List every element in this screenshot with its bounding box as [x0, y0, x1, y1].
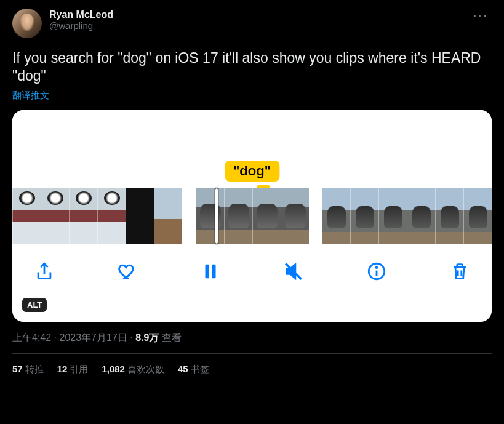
- info-icon[interactable]: [363, 258, 390, 285]
- tweet-stats: 57转推 12引用 1,082喜欢次数 45书签: [12, 354, 492, 375]
- media-top-whitespace: "dog": [12, 110, 492, 188]
- user-name-block[interactable]: Ryan McLeod @warpling: [49, 9, 470, 31]
- stat-bookmarks[interactable]: 45书签: [178, 364, 209, 375]
- stat-label: 引用: [70, 364, 88, 374]
- thumbnail-frame: [196, 188, 224, 244]
- thumbnail-frame: [69, 188, 97, 244]
- stat-count: 57: [12, 364, 23, 374]
- pause-icon[interactable]: [197, 258, 224, 285]
- tweet-time[interactable]: 上午4:42: [12, 332, 51, 343]
- audio-caption-label: "dog": [225, 161, 279, 182]
- svg-rect-0: [206, 264, 209, 278]
- tweet-meta: 上午4:42 · 2023年7月17日 · 8.9万 查看: [12, 332, 492, 345]
- thumbnail-frame: [41, 188, 69, 244]
- thumbnail-frame: [407, 188, 435, 244]
- playhead[interactable]: [215, 188, 218, 244]
- video-timeline[interactable]: [12, 188, 492, 244]
- tweet-header: Ryan McLeod @warpling ···: [12, 9, 492, 38]
- heart-icon[interactable]: [114, 258, 141, 285]
- display-name: Ryan McLeod: [49, 9, 470, 20]
- media-attachment[interactable]: "dog": [12, 110, 492, 322]
- views-count: 8.9万: [135, 332, 159, 343]
- stat-retweets[interactable]: 57转推: [12, 364, 44, 375]
- clip-gap: [309, 188, 322, 244]
- stat-count: 12: [57, 364, 68, 374]
- clip-group-3: [322, 188, 492, 244]
- stat-likes[interactable]: 1,082喜欢次数: [102, 364, 164, 375]
- alt-badge[interactable]: ALT: [22, 298, 47, 312]
- trash-icon[interactable]: [446, 258, 473, 285]
- thumbnail-frame: [435, 188, 463, 244]
- thumbnail-frame: [12, 188, 41, 244]
- thumbnail-frame: [154, 188, 182, 244]
- stat-count: 45: [178, 364, 188, 374]
- user-handle: @warpling: [49, 20, 470, 31]
- thumbnail-frame: [97, 188, 126, 244]
- thumbnail-frame: [463, 188, 492, 244]
- translate-link[interactable]: 翻译推文: [12, 90, 492, 102]
- thumbnail-frame: [378, 188, 407, 244]
- media-controls: [12, 244, 492, 298]
- stat-label: 转推: [25, 364, 44, 374]
- clip-group-1: [12, 188, 182, 244]
- thumbnail-frame: [322, 188, 350, 244]
- stat-label: 喜欢次数: [127, 364, 164, 374]
- tweet-date[interactable]: 2023年7月17日: [59, 332, 127, 343]
- avatar[interactable]: [12, 9, 42, 38]
- thumbnail-frame: [252, 188, 281, 244]
- stat-label: 书签: [191, 364, 209, 374]
- stat-count: 1,082: [102, 364, 125, 374]
- mute-icon[interactable]: [280, 258, 307, 285]
- stat-quotes[interactable]: 12引用: [57, 364, 89, 375]
- thumbnail-frame: [224, 188, 252, 244]
- thumbnail-frame: [281, 188, 309, 244]
- tweet-text: If you search for "dog" on iOS 17 it'll …: [12, 49, 492, 85]
- clip-gap: [182, 188, 196, 244]
- svg-rect-1: [212, 264, 215, 278]
- thumbnail-frame: [126, 188, 154, 244]
- svg-point-5: [376, 266, 377, 268]
- clip-group-2: [196, 188, 309, 244]
- tweet-container: Ryan McLeod @warpling ··· If you search …: [0, 0, 504, 375]
- thumbnail-frame: [350, 188, 378, 244]
- share-icon[interactable]: [31, 258, 58, 285]
- more-options-icon[interactable]: ···: [470, 9, 492, 22]
- views-label: 查看: [162, 332, 182, 343]
